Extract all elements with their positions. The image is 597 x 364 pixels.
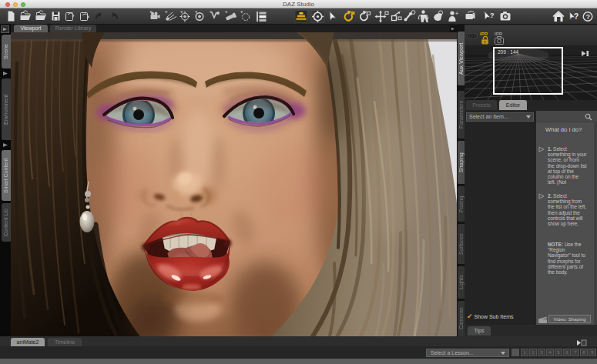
svg-text:+: + [455,11,458,16]
svg-text:?: ? [574,12,579,21]
svg-text:+: + [195,9,198,14]
svg-text:?: ? [586,13,591,21]
svg-text:209 : 144: 209 : 144 [498,49,518,55]
svg-text:+: + [149,9,153,14]
svg-text:+: + [180,9,183,14]
svg-text:+: + [225,9,228,14]
svg-text:?: ? [490,12,495,19]
svg-text:+: + [210,9,213,14]
svg-text:+: + [165,9,168,14]
svg-text:+: + [240,9,243,14]
